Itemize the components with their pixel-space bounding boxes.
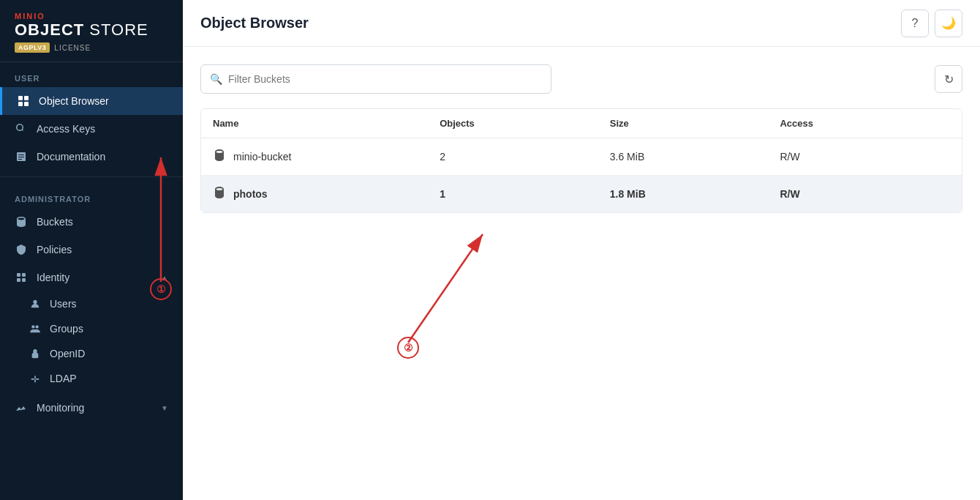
sidebar-item-buckets[interactable]: Buckets: [0, 208, 183, 236]
bucket-table: Name Objects Size Access minio-bucket 2 …: [200, 108, 962, 213]
content-area: 🔍 ↻ Name Objects Size Access minio-bucke…: [183, 47, 980, 500]
identity-label: Identity: [37, 272, 152, 283]
ldap-icon: [29, 373, 41, 384]
documentation-label: Documentation: [37, 151, 168, 163]
svg-rect-0: [18, 96, 23, 100]
documentation-icon: [15, 150, 28, 163]
svg-rect-3: [24, 102, 29, 106]
refresh-button[interactable]: ↻: [935, 65, 962, 93]
bucket-icon-2: [213, 186, 226, 202]
main-content: Object Browser ? 🌙 🔍 ↻ Name Objects Size…: [183, 0, 980, 500]
topbar: Object Browser ? 🌙: [183, 0, 980, 47]
svg-rect-12: [32, 353, 39, 358]
object-browser-label: Object Browser: [39, 95, 168, 107]
search-box: 🔍: [200, 64, 551, 94]
groups-icon: [29, 323, 41, 335]
object-browser-icon: [17, 94, 30, 108]
svg-rect-1: [24, 96, 29, 100]
table-row[interactable]: photos 1 1.8 MiB R/W: [201, 176, 962, 212]
bucket-objects-1: 2: [440, 151, 610, 163]
svg-point-8: [33, 300, 37, 304]
brand-name: MINIO: [15, 12, 168, 20]
sidebar-item-identity[interactable]: Identity ▲: [0, 264, 183, 291]
policies-label: Policies: [37, 244, 168, 255]
topbar-actions: ? 🌙: [901, 10, 962, 37]
license-badge: AGPLV3: [15, 42, 50, 53]
bucket-access-1: R/W: [780, 151, 950, 163]
sidebar-sub-item-openid[interactable]: OpenID: [0, 341, 183, 366]
policies-icon: [15, 243, 28, 256]
table-header: Name Objects Size Access: [201, 109, 962, 138]
svg-rect-6: [17, 278, 20, 282]
svg-point-9: [31, 325, 34, 328]
license-text: LICENSE: [54, 44, 91, 52]
license-area: AGPLV3 LICENSE: [15, 42, 168, 53]
bucket-objects-2: 1: [440, 188, 610, 200]
svg-rect-7: [22, 278, 26, 282]
user-section-label: User: [0, 62, 183, 87]
table-row[interactable]: minio-bucket 2 3.6 MiB R/W: [201, 138, 962, 176]
groups-label: Groups: [50, 323, 83, 335]
help-button[interactable]: ?: [901, 10, 929, 37]
col-size: Size: [610, 118, 780, 129]
sidebar-sub-item-ldap[interactable]: LDAP: [0, 366, 183, 391]
bucket-size-2: 1.8 MiB: [610, 188, 780, 200]
monitoring-expand-icon: ▼: [161, 404, 168, 412]
svg-point-10: [35, 325, 38, 328]
monitoring-icon: [15, 401, 28, 414]
bucket-name-cell-1: minio-bucket: [213, 149, 440, 165]
openid-icon: [29, 348, 41, 359]
users-icon: [29, 298, 41, 310]
bucket-icon-1: [213, 149, 226, 165]
access-keys-icon: [15, 122, 28, 135]
bucket-name-2: photos: [233, 188, 268, 200]
theme-toggle-button[interactable]: 🌙: [935, 10, 962, 37]
sidebar-sub-item-groups[interactable]: Groups: [0, 316, 183, 341]
filter-bar: 🔍 ↻: [200, 64, 962, 94]
svg-rect-5: [22, 273, 26, 277]
logo-area: MINIO OBJECT STORE AGPLV3 LICENSE: [0, 0, 183, 62]
col-objects: Objects: [440, 118, 610, 129]
col-name: Name: [213, 118, 440, 129]
identity-expand-icon: ▲: [161, 274, 168, 282]
col-access: Access: [780, 118, 950, 129]
svg-rect-2: [18, 102, 23, 106]
users-label: Users: [50, 298, 77, 310]
search-input[interactable]: [228, 73, 542, 85]
openid-label: OpenID: [50, 348, 85, 359]
product-name-light: STORE: [84, 20, 148, 39]
identity-icon: [15, 271, 28, 284]
ldap-label: LDAP: [50, 373, 77, 384]
sidebar-item-monitoring[interactable]: Monitoring ▼: [0, 394, 183, 422]
product-name: OBJECT STORE: [15, 20, 168, 40]
sidebar-item-documentation[interactable]: Documentation: [0, 143, 183, 171]
admin-section-label: Administrator: [0, 183, 183, 208]
monitoring-label: Monitoring: [37, 402, 152, 414]
bucket-name-cell-2: photos: [213, 186, 440, 202]
svg-rect-4: [17, 273, 20, 277]
sidebar-item-access-keys[interactable]: Access Keys: [0, 115, 183, 143]
page-title: Object Browser: [200, 15, 309, 31]
sidebar: MINIO OBJECT STORE AGPLV3 LICENSE User O…: [0, 0, 183, 500]
product-name-bold: OBJECT: [15, 20, 84, 39]
buckets-label: Buckets: [37, 216, 168, 228]
sidebar-divider: [0, 176, 183, 177]
buckets-icon: [15, 215, 28, 228]
sidebar-sub-item-users[interactable]: Users: [0, 291, 183, 316]
bucket-size-1: 3.6 MiB: [610, 151, 780, 163]
sidebar-item-policies[interactable]: Policies: [0, 236, 183, 264]
sidebar-item-object-browser[interactable]: Object Browser: [0, 87, 183, 115]
bucket-access-2: R/W: [780, 188, 950, 200]
access-keys-label: Access Keys: [37, 123, 168, 135]
bucket-name-1: minio-bucket: [233, 151, 291, 163]
search-icon: 🔍: [210, 73, 222, 85]
